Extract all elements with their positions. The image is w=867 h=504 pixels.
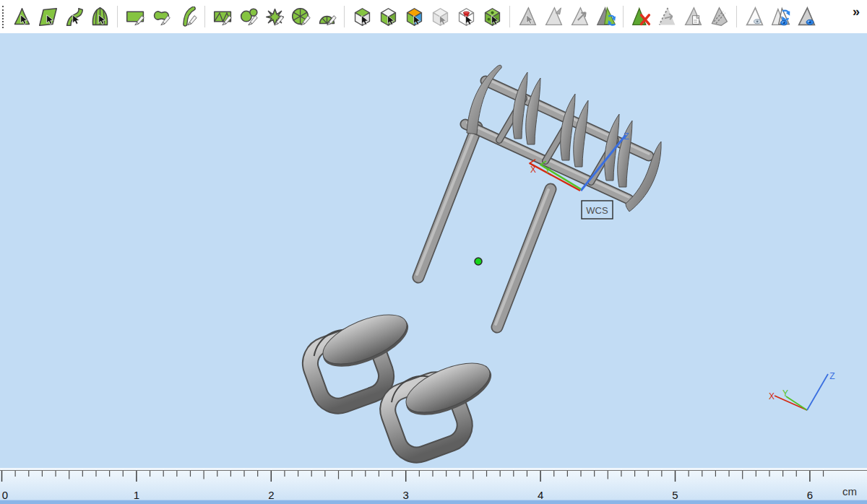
stitch-marked-icon xyxy=(709,6,730,27)
toolbar-button-mark-shell[interactable] xyxy=(87,3,113,30)
mark-curve-icon xyxy=(177,6,198,27)
ruler-bottom-strip xyxy=(0,500,867,504)
toolbar-button-mark-star-sections[interactable] xyxy=(262,3,288,30)
select-arrow-extend-icon xyxy=(569,6,590,27)
toolbar-separator xyxy=(736,6,737,27)
toolbar-button-show-unmarked[interactable] xyxy=(741,3,767,30)
toolbar-button-swap-selection[interactable] xyxy=(592,3,618,30)
toolbar-button-mark-band[interactable] xyxy=(61,3,87,30)
toolbar-button-mark-curve[interactable] xyxy=(174,3,200,30)
toolbar-separator xyxy=(344,6,345,27)
toolbar-button-select-faces-disabled[interactable] xyxy=(427,3,453,30)
mark-circle-sections-icon xyxy=(290,6,311,27)
toolbar-button-mark-plane[interactable] xyxy=(35,3,61,30)
ruler-background xyxy=(0,468,867,500)
wcs-x-label: X xyxy=(530,165,536,175)
select-perforated-cube-icon xyxy=(482,6,503,27)
copy-marked-to-part-icon xyxy=(683,6,704,27)
ruler-label-2: 2 xyxy=(268,489,274,501)
toolbar-drag-handle[interactable] xyxy=(2,6,5,28)
model-rod-right[interactable] xyxy=(496,189,551,327)
ruler-label-4: 4 xyxy=(538,489,543,501)
toolbar-button-delete-marked[interactable] xyxy=(628,3,654,30)
model-rod-left[interactable] xyxy=(417,127,477,277)
mark-rectangle-icon xyxy=(125,6,146,27)
toolbar-button-select-inner-volume[interactable] xyxy=(453,3,479,30)
mark-freeform-icon xyxy=(151,6,172,27)
toolbar-button-stitch-marked[interactable] xyxy=(706,3,732,30)
toolbar-button-mark-boundary[interactable] xyxy=(654,3,680,30)
toolbar-button-mark-freeform[interactable] xyxy=(148,3,174,30)
ruler-unit: cm xyxy=(842,485,857,498)
marking-toolbar: » xyxy=(0,0,867,33)
toolbar-button-select-arrow-partial[interactable] xyxy=(540,3,566,30)
ruler-label-3: 3 xyxy=(403,489,409,501)
toolbar-separator xyxy=(117,6,118,27)
wcs-y-label: Y xyxy=(545,165,551,175)
toolbar-overflow-button[interactable]: » xyxy=(850,3,863,21)
orientation-z-label: Z xyxy=(829,371,834,381)
toolbar-button-swap-visibility[interactable] xyxy=(767,3,793,30)
mark-triangle-icon xyxy=(12,6,33,27)
toolbar-separator xyxy=(204,6,205,27)
mark-brush-icon xyxy=(238,6,259,27)
ruler-label-1: 1 xyxy=(134,489,139,501)
toolbar-button-select-top-face[interactable] xyxy=(349,3,375,30)
select-colored-faces-icon xyxy=(404,6,425,27)
select-faces-disabled-icon xyxy=(430,6,451,27)
toolbar-button-mark-half-sections[interactable] xyxy=(314,3,340,30)
wcs-label[interactable]: WCS xyxy=(582,201,613,219)
clamp-right[interactable] xyxy=(379,352,499,460)
mark-window-triangles-icon xyxy=(212,6,233,27)
ruler-label-5: 5 xyxy=(672,489,678,501)
toolbar-button-mark-rectangle[interactable] xyxy=(122,3,148,30)
show-marked-icon xyxy=(796,6,817,27)
toolbar-button-select-arrow[interactable] xyxy=(514,3,540,30)
toolbar-button-select-side-faces[interactable] xyxy=(375,3,401,30)
toolbar-button-select-colored-faces[interactable] xyxy=(401,3,427,30)
toolbar-button-show-marked[interactable] xyxy=(793,3,819,30)
select-arrow-partial-icon xyxy=(543,6,564,27)
toolbar-separator xyxy=(623,6,624,27)
ruler-label-6: 6 xyxy=(807,489,813,501)
orientation-indicator: X Y Z xyxy=(769,371,835,410)
mark-plane-icon xyxy=(38,6,59,27)
3d-viewport[interactable]: X Y Z WCS X Y Z xyxy=(0,33,867,468)
ruler-label-0: 0 xyxy=(2,489,8,501)
svg-text:WCS: WCS xyxy=(586,205,608,216)
origin-point-marker[interactable] xyxy=(475,258,482,265)
toolbar-separator xyxy=(509,6,510,27)
wcs-z-label: Z xyxy=(624,131,629,142)
show-unmarked-icon xyxy=(744,6,765,27)
toolbar-groups xyxy=(9,3,819,30)
select-top-face-icon xyxy=(352,6,373,27)
toolbar-button-copy-marked-to-part[interactable] xyxy=(680,3,706,30)
toolbar-button-select-perforated-cube[interactable] xyxy=(479,3,505,30)
toolbar-button-mark-brush[interactable] xyxy=(236,3,262,30)
toolbar-button-mark-circle-sections[interactable] xyxy=(288,3,314,30)
mark-boundary-icon xyxy=(657,6,678,27)
scale-ruler: 0123456 cm xyxy=(0,468,867,504)
select-inner-volume-icon xyxy=(456,6,477,27)
delete-marked-icon xyxy=(631,6,652,27)
select-side-faces-icon xyxy=(378,6,399,27)
select-arrow-icon xyxy=(517,6,538,27)
swap-selection-icon xyxy=(595,6,616,27)
mark-band-icon xyxy=(64,6,85,27)
toolbar-button-mark-triangle[interactable] xyxy=(9,3,35,30)
toolbar-button-select-arrow-extend[interactable] xyxy=(566,3,592,30)
mark-star-sections-icon xyxy=(264,6,285,27)
orientation-x-label: X xyxy=(769,391,775,401)
orientation-y-label: Y xyxy=(782,388,788,399)
mark-half-sections-icon xyxy=(316,6,337,27)
toolbar-button-mark-window-triangles[interactable] xyxy=(210,3,236,30)
swap-visibility-icon xyxy=(770,6,791,27)
mark-shell-icon xyxy=(90,6,111,27)
